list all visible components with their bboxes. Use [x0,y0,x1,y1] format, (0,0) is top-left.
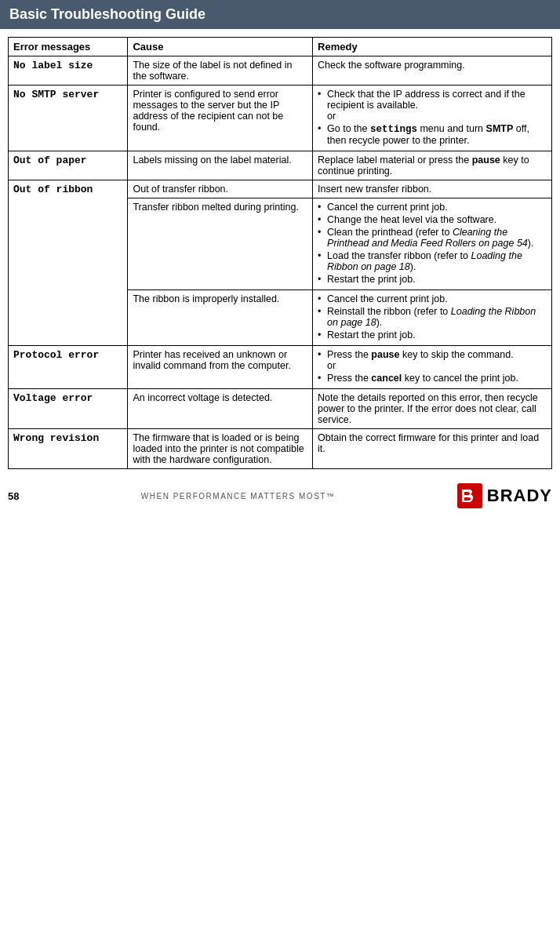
remedy-cell: Obtain the correct firmware for this pri… [313,429,552,469]
error-cell: Out of paper [9,151,128,180]
table-row: Wrong revision The firmware that is load… [9,429,552,469]
remedy-item: Press the cancel key to cancel the print… [318,373,547,384]
remedy-item: Change the heat level via the software. [318,214,547,225]
cause-cell: Out of transfer ribbon. [128,180,313,198]
remedy-cell: Check the software programming. [313,56,552,86]
error-cell: No SMTP server [9,86,128,151]
error-code: Protocol error [13,349,99,361]
brady-logo-icon [457,483,482,508]
cause-cell: Transfer ribbon melted during printing. [128,198,313,290]
cause-cell: An incorrect voltage is detected. [128,389,313,429]
error-code: Out of paper [13,155,87,166]
error-code: Wrong revision [13,432,99,444]
remedy-cell: Press the pause key to skip the command.… [313,346,552,389]
remedy-cell: Insert new transfer ribbon. [313,180,552,198]
table-row: Out of paper Labels missing on the label… [9,151,552,180]
remedy-item: Restart the print job. [318,274,547,285]
brady-brand-text: BRADY [487,486,552,506]
troubleshooting-table: Error messages Cause Remedy No label siz… [8,37,552,469]
footer-center: WHEN PERFORMANCE MATTERS MOST™ [141,492,336,501]
remedy-item: Check that the IP address is correct and… [318,89,547,122]
brady-logo: BRADY [457,483,552,508]
error-code: Out of ribbon [13,184,93,195]
remedy-item: Cancel the current print job. [318,293,547,304]
remedy-cell: Cancel the current print job. Change the… [313,198,552,290]
remedy-item: Press the pause key to skip the command.… [318,349,547,371]
error-cell: Protocol error [9,346,128,389]
remedy-cell: Replace label material or press the paus… [313,151,552,180]
error-cell: Out of ribbon [9,180,128,346]
col-header-cause: Cause [128,38,313,56]
cause-cell: The size of the label is not defined in … [128,56,313,86]
cause-cell: Printer has received an unknown or inval… [128,346,313,389]
error-cell: Wrong revision [9,429,128,469]
remedy-cell: Cancel the current print job. Reinstall … [313,290,552,346]
page-header: Basic Troubleshooting Guide [0,0,560,29]
col-header-error: Error messages [9,38,128,56]
table-row: Voltage error An incorrect voltage is de… [9,389,552,429]
page-number: 58 [8,490,19,502]
cause-cell: Labels missing on the label material. [128,151,313,180]
main-content: Error messages Cause Remedy No label siz… [0,29,560,469]
table-row: No label size The size of the label is n… [9,56,552,86]
remedy-cell: Check that the IP address is correct and… [313,86,552,151]
remedy-cell: Note the details reported on this error,… [313,389,552,429]
header-title: Basic Troubleshooting Guide [9,6,205,22]
cause-cell: The firmware that is loaded or is being … [128,429,313,469]
remedy-item: Go to the settings menu and turn SMTP of… [318,123,547,146]
table-row: No SMTP server Printer is configured to … [9,86,552,151]
error-cell: No label size [9,56,128,86]
error-code: Voltage error [13,392,93,404]
error-cell: Voltage error [9,389,128,429]
table-row: Protocol error Printer has received an u… [9,346,552,389]
error-code: No label size [13,60,93,71]
cause-cell: The ribbon is improperly installed. [128,290,313,346]
table-header-row: Error messages Cause Remedy [9,38,552,56]
page-footer: 58 WHEN PERFORMANCE MATTERS MOST™ BRADY [0,475,560,516]
remedy-item: Load the transfer ribbon (refer to Loadi… [318,250,547,272]
remedy-item: Reinstall the ribbon (refer to Loading t… [318,306,547,328]
col-header-remedy: Remedy [313,38,552,56]
cause-cell: Printer is configured to send error mess… [128,86,313,151]
error-code: No SMTP server [13,89,99,100]
remedy-item: Restart the print job. [318,330,547,340]
remedy-item: Clean the printhead (refer to Cleaning t… [318,227,547,249]
remedy-item: Cancel the current print job. [318,202,547,213]
table-row: Out of ribbon Out of transfer ribbon. In… [9,180,552,198]
